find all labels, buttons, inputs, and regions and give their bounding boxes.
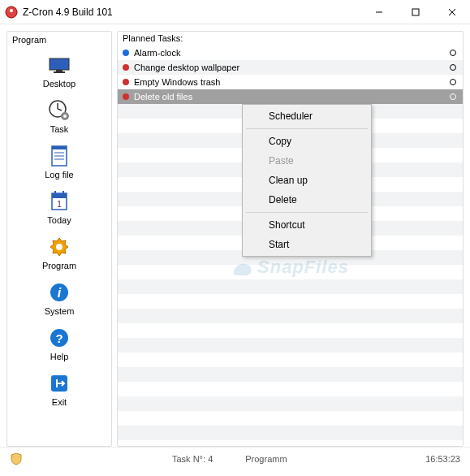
sidebar-item-exit[interactable]: Exit: [7, 366, 111, 412]
sidebar-item-desktop[interactable]: Desktop: [7, 48, 111, 93]
menu-separator: [246, 128, 368, 129]
svg-rect-6: [50, 58, 69, 70]
main-header: Planned Tasks:: [118, 32, 463, 45]
svg-point-1: [10, 9, 13, 12]
status-dot-icon: [123, 79, 129, 85]
minimize-button[interactable]: [360, 0, 397, 24]
task-icon: [47, 98, 71, 123]
shield-icon: [10, 452, 23, 465]
system-icon: i: [47, 280, 71, 305]
menu-item-start[interactable]: Start: [244, 235, 369, 254]
status-dot-icon: [123, 50, 129, 56]
sidebar-item-program[interactable]: Program: [7, 230, 111, 275]
state-circle-icon: [450, 93, 456, 100]
sidebar-item-today[interactable]: 1 Today: [7, 184, 111, 230]
menu-item-cleanup[interactable]: Clean up: [244, 171, 369, 190]
status-program: Programm: [245, 454, 425, 464]
window-title: Z-Cron 4.9 Build 101: [23, 6, 360, 18]
svg-rect-7: [56, 70, 63, 71]
sidebar-item-system[interactable]: i System: [7, 275, 111, 321]
menu-item-scheduler[interactable]: Scheduler: [244, 106, 369, 126]
app-icon: [5, 6, 18, 19]
svg-rect-8: [54, 71, 65, 73]
sidebar: Program Desktop Task Log file 1 Today Pr…: [6, 31, 112, 447]
exit-icon: [47, 371, 71, 396]
sidebar-item-logfile[interactable]: Log file: [7, 139, 111, 184]
svg-text:?: ?: [55, 331, 63, 345]
status-dot-icon: [123, 64, 129, 71]
svg-rect-20: [52, 193, 67, 198]
task-row[interactable]: Empty Windows trash: [118, 75, 463, 89]
task-row[interactable]: Delete old files: [118, 89, 463, 104]
state-circle-icon: [450, 50, 456, 56]
close-button[interactable]: [433, 0, 470, 24]
state-circle-icon: [450, 64, 456, 71]
maximize-button[interactable]: [397, 0, 433, 24]
context-menu: Scheduler Copy Paste Clean up Delete Sho…: [242, 104, 372, 257]
menu-separator: [246, 212, 368, 213]
help-icon: ?: [47, 326, 71, 350]
svg-text:i: i: [58, 286, 62, 300]
statusbar: Task N°: 4 Programm 16:53:23: [0, 447, 470, 470]
status-task-count: Task N°: 4: [172, 454, 213, 464]
status-time: 16:53:23: [425, 454, 460, 464]
state-circle-icon: [450, 79, 456, 85]
menu-item-paste: Paste: [244, 151, 369, 171]
sidebar-header: Program: [7, 33, 111, 48]
svg-rect-15: [52, 146, 67, 149]
today-icon: 1: [47, 189, 71, 214]
svg-rect-3: [412, 9, 419, 15]
desktop-icon: [47, 53, 71, 77]
task-row[interactable]: Alarm-clock: [118, 45, 463, 60]
task-row[interactable]: Change desktop wallpaper: [118, 60, 463, 75]
svg-rect-22: [63, 191, 64, 196]
menu-item-shortcut[interactable]: Shortcut: [244, 215, 369, 235]
sidebar-item-help[interactable]: ? Help: [7, 321, 111, 366]
status-dot-icon: [123, 93, 129, 100]
svg-point-13: [63, 115, 67, 118]
titlebar: Z-Cron 4.9 Build 101: [0, 0, 470, 24]
menu-item-copy[interactable]: Copy: [244, 132, 369, 151]
program-icon: [47, 235, 71, 259]
svg-point-24: [56, 244, 63, 250]
menu-item-delete[interactable]: Delete: [244, 190, 369, 210]
svg-text:1: 1: [57, 200, 62, 209]
svg-rect-21: [54, 191, 56, 196]
sidebar-item-task[interactable]: Task: [7, 93, 111, 139]
logfile-icon: [47, 144, 71, 168]
